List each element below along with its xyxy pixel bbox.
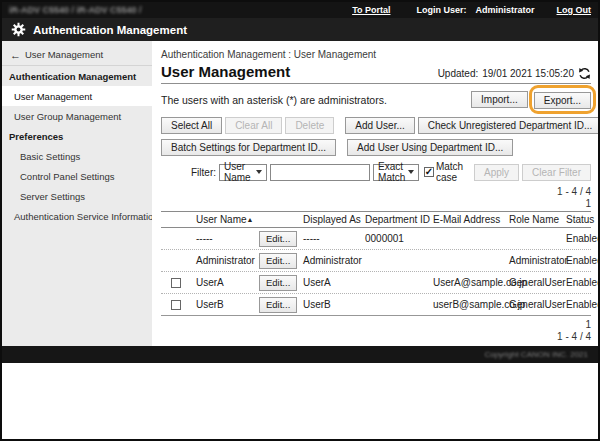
table-row: -----Edit...-----0000001Enabled (161, 228, 591, 250)
pagination-top: 1 - 4 / 4 1 (161, 187, 591, 209)
add-user-using-dept-button[interactable]: Add User Using Department ID... (347, 139, 513, 156)
match-case-label: Match case (436, 161, 474, 183)
table-row: Administrator*Edit...AdministratorAdmini… (161, 250, 591, 272)
sidebar-item-basic-settings[interactable]: Basic Settings (2, 146, 152, 166)
sidebar-back-user-management[interactable]: ← User Management (2, 44, 152, 66)
header-displayed-as: Displayed As (303, 214, 365, 225)
toolbar-row-2: Batch Settings for Department ID... Add … (161, 139, 591, 156)
copyright-text: Copyright CANON INC. 2021 (484, 350, 588, 359)
table-row: UserAEdit...UserAUserA@sample.co.jpGener… (161, 272, 591, 294)
add-user-button[interactable]: Add User... (345, 117, 414, 134)
table-row: UserBEdit...UserBuserB@sample.co.jpGener… (161, 294, 591, 316)
user-table-body: -----Edit...-----0000001EnabledAdministr… (161, 228, 591, 316)
updated-info: Updated: 19/01 2021 15:05:20 (438, 67, 591, 80)
back-arrow-icon: ← (10, 49, 21, 61)
edit-user-button[interactable]: Edit... (259, 275, 297, 291)
filter-row: Filter: User Name Exact Match ✓ Match ca… (161, 161, 591, 183)
row-role-name: Administrator (509, 255, 566, 266)
row-displayed-as: UserB (303, 299, 365, 310)
pagination-range: 1 - 4 / 4 (161, 187, 591, 197)
sidebar-item-user-group-management[interactable]: User Group Management (2, 106, 152, 126)
device-name: iR-ADV C5540 / iR-ADV C5540 / (9, 5, 142, 15)
row-displayed-as: UserA (303, 277, 365, 288)
updated-value: 19/01 2021 15:05:20 (482, 68, 574, 79)
note-row: The users with an asterisk (*) are admin… (161, 90, 591, 109)
refresh-icon[interactable] (578, 67, 591, 80)
sidebar-section-preferences: Preferences (2, 126, 152, 146)
pagination-bottom: 1 1 - 4 / 4 (161, 320, 591, 342)
app-title: Authentication Management (33, 24, 187, 36)
title-row: User Management Updated: 19/01 2021 15:0… (161, 63, 591, 84)
sort-ascending-icon[interactable]: ▲ (247, 216, 254, 223)
screenshot-frame: iR-ADV C5540 / iR-ADV C5540 / To Portal … (0, 0, 600, 441)
row-checkbox-cell (161, 300, 183, 310)
export-button-wrap: Export... (534, 90, 591, 109)
sidebar: ← User Management Authentication Managem… (2, 41, 152, 346)
sidebar-item-authentication-service-information[interactable]: Authentication Service Information (2, 206, 152, 226)
sidebar-back-label: User Management (25, 49, 103, 60)
clear-filter-button[interactable]: Clear Filter (522, 164, 591, 181)
sidebar-item-user-management[interactable]: User Management (2, 86, 152, 106)
chevron-down-icon (408, 170, 414, 174)
login-user-value: Administrator (475, 5, 534, 15)
row-email: UserA@sample.co.jp (433, 277, 509, 288)
row-checkbox[interactable] (171, 300, 181, 310)
edit-user-button[interactable]: Edit... (259, 297, 297, 313)
top-bar: iR-ADV C5540 / iR-ADV C5540 / To Portal … (2, 2, 598, 18)
row-status: Enabled (566, 233, 591, 244)
row-department-id: 0000001 (365, 233, 433, 244)
sidebar-item-control-panel-settings[interactable]: Control Panel Settings (2, 166, 152, 186)
import-button[interactable]: Import... (471, 91, 528, 108)
row-edit-cell: Edit... (256, 275, 303, 291)
filter-match-value: Exact Match (378, 161, 408, 183)
filter-field-select[interactable]: User Name (219, 164, 267, 181)
match-case-checkbox[interactable]: ✓ (424, 167, 434, 177)
row-status: Enabled (566, 299, 591, 310)
main-content: Authentication Management : User Managem… (152, 41, 598, 346)
row-edit-cell: Edit... (256, 297, 303, 313)
sidebar-item-server-settings[interactable]: Server Settings (2, 186, 152, 206)
delete-button[interactable]: Delete (285, 117, 334, 134)
footer-bar: Copyright CANON INC. 2021 (2, 346, 598, 363)
header-email-address: E-Mail Address (433, 214, 509, 225)
to-portal-link[interactable]: To Portal (352, 5, 390, 15)
gear-icon (11, 22, 26, 37)
top-bar-links: To Portal Login User: Administrator Log … (352, 5, 591, 15)
row-checkbox-cell (161, 278, 183, 288)
sidebar-section-authentication-management: Authentication Management (2, 66, 152, 86)
breadcrumb: Authentication Management : User Managem… (161, 49, 591, 60)
row-user-name: ----- (183, 233, 256, 244)
export-button[interactable]: Export... (534, 92, 591, 109)
filter-label: Filter: (191, 167, 216, 178)
row-edit-cell: Edit... (256, 231, 303, 247)
filter-field-value: User Name (224, 161, 256, 183)
page-title: User Management (161, 63, 290, 80)
pagination-page[interactable]: 1 (161, 320, 591, 330)
row-role-name: GeneralUser (509, 299, 566, 310)
logout-link[interactable]: Log Out (557, 5, 592, 15)
batch-settings-dept-button[interactable]: Batch Settings for Department ID... (161, 139, 336, 156)
table-header: User Name ▲ Displayed As Department ID E… (161, 211, 591, 228)
filter-match-select[interactable]: Exact Match (373, 164, 419, 181)
admin-note: The users with an asterisk (*) are admin… (161, 94, 387, 106)
user-table: User Name ▲ Displayed As Department ID E… (161, 211, 591, 316)
app-header: Authentication Management (2, 18, 598, 41)
header-user-name: User Name ▲ (183, 214, 256, 225)
edit-user-button[interactable]: Edit... (259, 231, 297, 247)
row-user-name: Administrator* (183, 255, 256, 266)
row-email: userB@sample.co.jp (433, 299, 509, 310)
check-unregistered-dept-button[interactable]: Check Unregistered Department ID... (418, 117, 598, 134)
header-status: Status (566, 214, 591, 225)
updated-label: Updated: (438, 68, 479, 79)
row-status: Enabled (566, 277, 591, 288)
header-department-id: Department ID (365, 214, 433, 225)
edit-user-button[interactable]: Edit... (259, 253, 297, 269)
select-all-button[interactable]: Select All (161, 117, 222, 134)
clear-all-button[interactable]: Clear All (225, 117, 282, 134)
row-user-name: UserB (183, 299, 256, 310)
apply-button[interactable]: Apply (474, 164, 519, 181)
row-displayed-as: ----- (303, 233, 365, 244)
row-checkbox[interactable] (171, 278, 181, 288)
pagination-page[interactable]: 1 (161, 199, 591, 209)
filter-keyword-input[interactable] (270, 164, 370, 181)
